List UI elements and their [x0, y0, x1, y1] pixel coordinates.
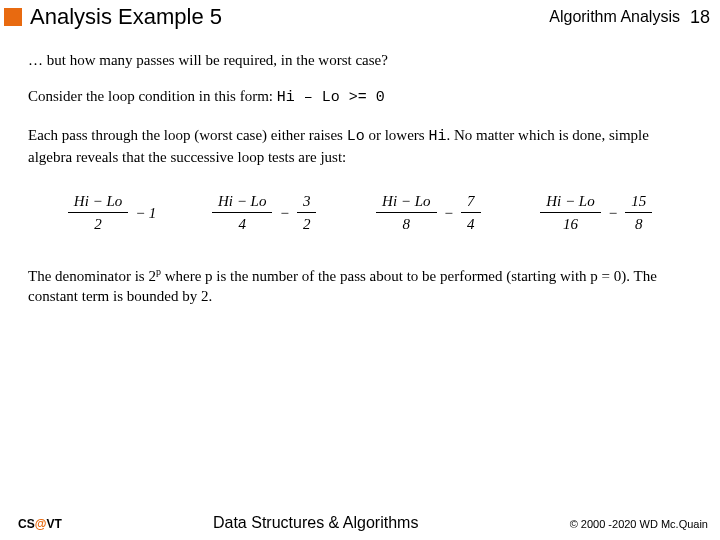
slide-body: … but how many passes will be required, …	[0, 32, 720, 306]
p3-code2: Hi	[428, 128, 446, 145]
f3-cden: 4	[467, 213, 475, 234]
f3-num: Hi − Lo	[376, 191, 436, 213]
paragraph-1: … but how many passes will be required, …	[28, 50, 692, 70]
f4-den: 16	[563, 213, 578, 234]
f1-const: 1	[149, 203, 157, 223]
paragraph-2: Consider the loop condition in this form…	[28, 86, 692, 108]
footer-logo: CS@VT	[18, 517, 62, 531]
f2-cden: 2	[303, 213, 311, 234]
formula-2: Hi − Lo4 − 32	[208, 191, 320, 235]
slide-header: Analysis Example 5 Algorithm Analysis 18	[0, 0, 720, 32]
slide-footer: CS@VT Data Structures & Algorithms © 200…	[0, 514, 720, 532]
formula-4: Hi − Lo16 − 158	[536, 191, 656, 235]
f1-den: 2	[94, 213, 102, 234]
slide-topic: Algorithm Analysis	[549, 8, 680, 26]
p3-b: or lowers	[365, 127, 429, 143]
slide-title: Analysis Example 5	[30, 4, 549, 30]
formula-row: Hi − Lo2 − 1 Hi − Lo4 − 32 Hi − Lo8 − 74…	[38, 191, 682, 235]
logo-vt: VT	[46, 517, 61, 531]
accent-square-icon	[4, 8, 22, 26]
formula-3: Hi − Lo8 − 74	[372, 191, 484, 235]
p2-text: Consider the loop condition in this form…	[28, 88, 277, 104]
minus-icon: −	[280, 203, 288, 223]
f3-den: 8	[403, 213, 411, 234]
f3-cnum: 7	[461, 191, 481, 213]
paragraph-4: The denominator is 2p where p is the num…	[28, 265, 692, 307]
page-number: 18	[690, 7, 710, 28]
footer-course: Data Structures & Algorithms	[62, 514, 570, 532]
minus-icon: −	[136, 203, 144, 223]
f4-cden: 8	[635, 213, 643, 234]
f2-den: 4	[238, 213, 246, 234]
minus-icon: −	[445, 203, 453, 223]
logo-at: @	[35, 517, 47, 531]
f4-num: Hi − Lo	[540, 191, 600, 213]
f4-cnum: 15	[625, 191, 652, 213]
logo-cs: CS	[18, 517, 35, 531]
minus-icon: −	[609, 203, 617, 223]
p3-a: Each pass through the loop (worst case) …	[28, 127, 347, 143]
p3-code1: Lo	[347, 128, 365, 145]
formula-1: Hi − Lo2 − 1	[64, 191, 156, 235]
f2-cnum: 3	[297, 191, 317, 213]
p4-a: The denominator is 2	[28, 268, 156, 284]
paragraph-3: Each pass through the loop (worst case) …	[28, 125, 692, 168]
footer-copyright: © 2000 -2020 WD Mc.Quain	[570, 518, 708, 530]
f2-num: Hi − Lo	[212, 191, 272, 213]
f1-num: Hi − Lo	[68, 191, 128, 213]
p2-code: Hi – Lo >= 0	[277, 89, 385, 106]
